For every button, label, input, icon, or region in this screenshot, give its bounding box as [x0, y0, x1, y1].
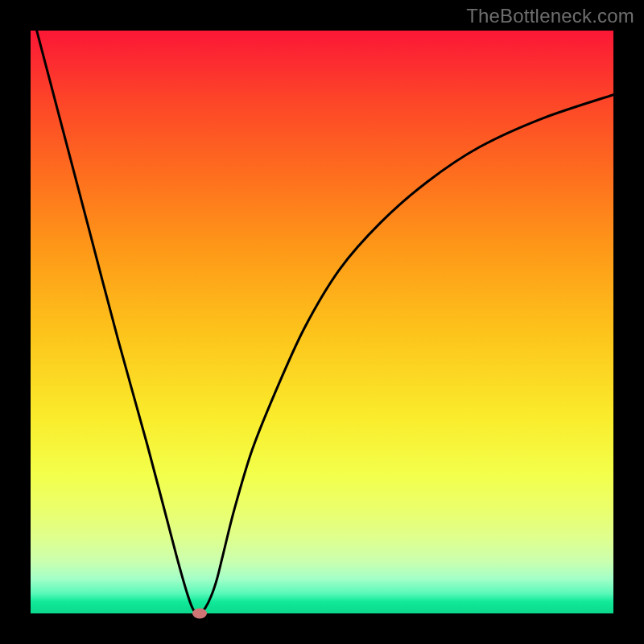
optimal-point-marker: [192, 609, 207, 619]
chart-frame: TheBottleneck.com: [0, 0, 644, 644]
plot-area: [31, 31, 613, 613]
watermark-text: TheBottleneck.com: [466, 5, 634, 27]
bottleneck-curve: [31, 31, 613, 613]
